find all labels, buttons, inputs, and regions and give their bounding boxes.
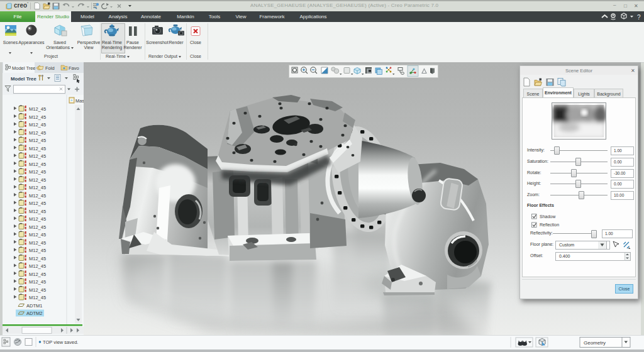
svg-text:TOP view saved.: TOP view saved. <box>43 339 78 345</box>
svg-text:ADTM2: ADTM2 <box>26 311 42 316</box>
svg-text:Geometry: Geometry <box>584 340 606 346</box>
svg-text:?: ? <box>637 14 641 21</box>
svg-text:Favo: Favo <box>69 65 79 71</box>
svg-text:Model Tree: Model Tree <box>12 65 36 71</box>
svg-text:Mas: Mas <box>75 98 84 104</box>
svg-text:ADTM1: ADTM1 <box>26 303 42 309</box>
svg-text:Model Tree: Model Tree <box>11 76 36 82</box>
svg-text:Fold: Fold <box>45 65 55 71</box>
